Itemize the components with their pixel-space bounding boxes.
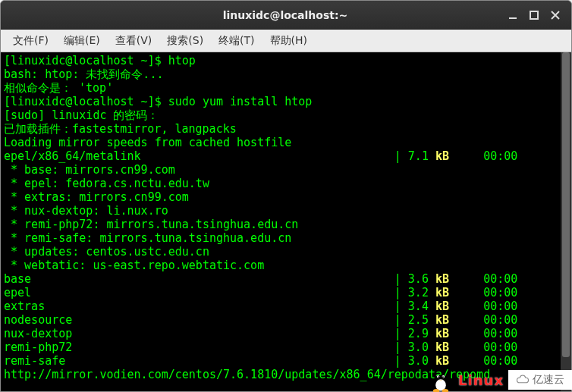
scroll-thumb[interactable] bbox=[562, 52, 570, 357]
terminal-line: * base: mirrors.cn99.com bbox=[4, 163, 558, 177]
terminal-line: 已加载插件：fastestmirror, langpacks bbox=[4, 122, 558, 136]
terminal-line: remi-safe | 3.0 kB 00:00 bbox=[4, 354, 558, 368]
terminal-line: extras | 3.4 kB 00:00 bbox=[4, 299, 558, 313]
titlebar: linuxidc@localhost:~ bbox=[1, 1, 571, 30]
terminal-line: * extras: mirrors.cn99.com bbox=[4, 190, 558, 204]
terminal-line: epel/x86_64/metalink | 7.1 kB 00:00 bbox=[4, 149, 558, 163]
terminal-line: * nux-dextop: li.nux.ro bbox=[4, 204, 558, 218]
close-icon bbox=[551, 11, 560, 20]
terminal-line: remi-php72 | 3.0 kB 00:00 bbox=[4, 340, 558, 354]
terminal-line: Loading mirror speeds from cached hostfi… bbox=[4, 136, 558, 149]
terminal-line: nodesource | 2.5 kB 00:00 bbox=[4, 313, 558, 327]
menu-help[interactable]: 帮助(H) bbox=[262, 31, 315, 51]
menu-search[interactable]: 搜索(S) bbox=[159, 31, 211, 51]
minimize-button[interactable] bbox=[503, 7, 523, 24]
menu-file[interactable]: 文件(F) bbox=[5, 31, 56, 51]
menu-view[interactable]: 查看(V) bbox=[108, 31, 160, 51]
maximize-button[interactable] bbox=[524, 7, 544, 24]
terminal-line: * remi-php72: mirrors.tuna.tsinghua.edu.… bbox=[4, 218, 558, 231]
maximize-icon bbox=[530, 11, 539, 20]
terminal-line: nux-dextop | 2.9 kB 00:00 bbox=[4, 327, 558, 340]
terminal-line: epel | 3.2 kB 00:00 bbox=[4, 286, 558, 299]
menubar: 文件(F) 编辑(E) 查看(V) 搜索(S) 终端(T) 帮助(H) bbox=[1, 30, 571, 52]
terminal-line: [linuxidc@localhost ~]$ htop bbox=[4, 54, 558, 67]
menu-terminal[interactable]: 终端(T) bbox=[211, 31, 262, 51]
terminal-line: [linuxidc@localhost ~]$ sudo yum install… bbox=[4, 95, 558, 108]
close-button[interactable] bbox=[545, 7, 565, 24]
window-buttons bbox=[503, 7, 565, 24]
terminal-line: http://mirror.vodien.com/centos/7.6.1810… bbox=[4, 368, 558, 381]
window-title: linuxidc@localhost:~ bbox=[68, 9, 503, 21]
terminal-output-area[interactable]: [linuxidc@localhost ~]$ htopbash: htop: … bbox=[1, 52, 561, 391]
terminal-line: * epel: fedora.cs.nctu.edu.tw bbox=[4, 177, 558, 190]
terminal-line: bash: htop: 未找到命令... bbox=[4, 67, 558, 81]
terminal-line: [sudo] linuxidc 的密码： bbox=[4, 108, 558, 122]
terminal-line: base | 3.6 kB 00:00 bbox=[4, 272, 558, 286]
terminal-line: * webtatic: us-east.repo.webtatic.com bbox=[4, 259, 558, 272]
scrollbar[interactable] bbox=[561, 52, 571, 391]
svg-rect-1 bbox=[530, 11, 538, 19]
svg-rect-0 bbox=[509, 17, 517, 19]
minimize-icon bbox=[508, 11, 517, 20]
terminal-line: * remi-safe: mirrors.tuna.tsinghua.edu.c… bbox=[4, 231, 558, 245]
terminal-line: * updates: centos.ustc.edu.cn bbox=[4, 245, 558, 259]
menu-edit[interactable]: 编辑(E) bbox=[56, 31, 108, 51]
terminal-area-wrap: [linuxidc@localhost ~]$ htopbash: htop: … bbox=[1, 52, 571, 391]
terminal-window: linuxidc@localhost:~ 文件(F) 编辑(E) 查看(V) 搜… bbox=[0, 0, 572, 392]
terminal-line: 相似命令是： 'top' bbox=[4, 81, 558, 95]
